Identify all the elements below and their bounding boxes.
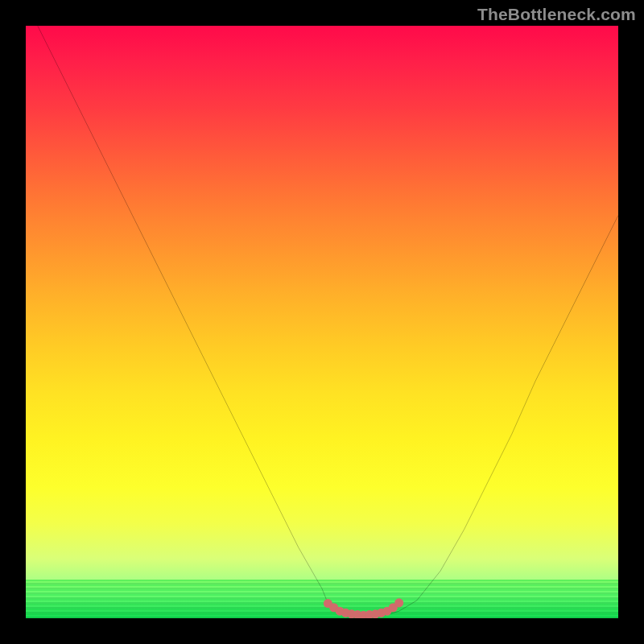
chart-frame: TheBottleneck.com <box>0 0 644 644</box>
watermark-text: TheBottleneck.com <box>477 5 636 24</box>
bottleneck-curve <box>38 26 618 615</box>
plot-area <box>26 26 618 618</box>
flat-marker-band <box>324 598 403 618</box>
curve-layer <box>26 26 618 618</box>
flat-marker-dot <box>394 598 403 607</box>
